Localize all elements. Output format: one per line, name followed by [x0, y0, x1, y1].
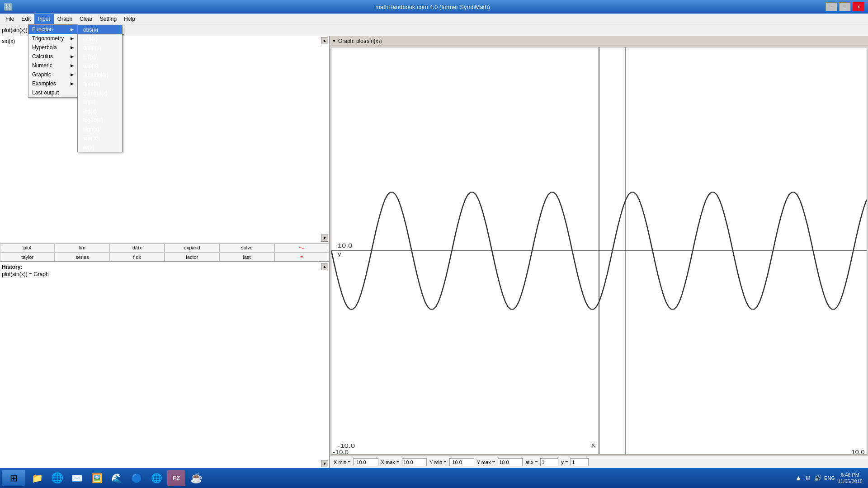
taskbar-clock[interactable]: 8:46 PM 11/05/2015 — [838, 472, 863, 485]
menu-hyperbola[interactable]: Hyperbola▶ — [28, 43, 77, 52]
submenu-delta[interactable]: delta(x) — [78, 43, 122, 52]
graph-title-bar: ▼ Graph: plot(sin(x)) — [330, 36, 868, 46]
svg-text:y: y — [338, 250, 342, 257]
menu-numeric[interactable]: Numeric▶ — [28, 61, 77, 70]
x-min-input[interactable] — [354, 458, 378, 466]
graph-title: Graph: plot(sin(x)) — [338, 38, 382, 44]
menu-input[interactable]: Input — [34, 14, 54, 24]
close-button[interactable]: ✕ — [853, 2, 864, 11]
submenu-ceil[interactable]: ceil(x) — [78, 34, 122, 43]
taskbar-email[interactable]: ✉️ — [68, 470, 86, 486]
menu-help[interactable]: Help — [120, 14, 139, 24]
btn-approx[interactable]: ~= — [274, 244, 329, 252]
menu-clear[interactable]: Clear — [76, 14, 96, 24]
taskbar-lang[interactable]: ENG — [824, 475, 835, 481]
scroll-down[interactable]: ▼ — [321, 235, 328, 242]
y-max-label: Y max = — [477, 460, 495, 465]
window-title: mathHandbook.com 4.0 (former SymbMath) — [375, 4, 490, 10]
y-max-input[interactable] — [498, 458, 523, 466]
menu-trigonometry[interactable]: Trigonometry▶ — [28, 34, 77, 43]
taskbar-image[interactable]: 🖼️ — [88, 470, 106, 486]
submenu-im[interactable]: im(x) — [78, 98, 122, 107]
btn-last[interactable]: last — [219, 253, 274, 262]
menu-graphic[interactable]: Graphic▶ — [28, 70, 77, 79]
svg-text:-10.0: -10.0 — [338, 442, 355, 449]
taskbar-weather[interactable]: 🌊 — [108, 470, 126, 486]
minimize-button[interactable]: ─ — [826, 2, 837, 11]
menu-examples[interactable]: Examples▶ — [28, 79, 77, 88]
submenu-log[interactable]: log(x) — [78, 107, 122, 116]
submenu-floor[interactable]: floor(x) — [78, 80, 122, 89]
graph-svg: 10.0 -10.0 y x -10.0 10.0 — [331, 47, 867, 454]
input-dropdown: Function ▶ abs(x) ceil(x) delta(x) erf(x… — [28, 24, 78, 98]
taskbar-ftp[interactable]: FZ — [167, 470, 185, 486]
expression-text: sin(x) — [2, 38, 15, 44]
menu-function[interactable]: Function ▶ abs(x) ceil(x) delta(x) erf(x… — [28, 25, 77, 34]
submenu-gamma[interactable]: gamma(x) — [78, 89, 122, 98]
btn-expand[interactable]: expand — [165, 244, 219, 252]
taskbar-network[interactable]: 🌐 — [147, 470, 165, 486]
history-label: History: — [2, 264, 327, 270]
submenu-abs[interactable]: abs(x) — [78, 25, 122, 34]
taskbar-ie[interactable]: 🔵 — [127, 470, 146, 486]
submenu-factorial[interactable]: factorial(x) — [78, 70, 122, 80]
submenu-re[interactable]: re(x) — [78, 143, 122, 152]
y-equals-label: y = — [561, 460, 568, 465]
menu-graph[interactable]: Graph — [54, 14, 76, 24]
scroll-up[interactable]: ▲ — [321, 37, 328, 44]
start-button[interactable]: ⊞ — [2, 470, 25, 486]
btn-ddx[interactable]: d/dx — [110, 244, 165, 252]
menu-bar: File Edit Input Graph Clear Setting Help — [0, 14, 868, 24]
tray-network[interactable]: 🖥 — [805, 474, 811, 482]
btn-series[interactable]: series — [55, 253, 109, 262]
y-min-input[interactable] — [449, 458, 474, 466]
input-label: plot(sin(x)) = — [2, 27, 32, 33]
title-bar: 🔢 mathHandbook.com 4.0 (former SymbMath)… — [0, 0, 868, 14]
history-scroll-down[interactable]: ▼ — [321, 460, 328, 467]
svg-text:-10.0: -10.0 — [333, 449, 349, 454]
taskbar-chrome[interactable]: 🌐 — [48, 470, 66, 486]
submenu-log10[interactable]: log10(x) — [78, 116, 122, 125]
menu-setting[interactable]: Setting — [96, 14, 120, 24]
history-entry: plot(sin(x)) = Graph — [2, 271, 327, 277]
menu-calculus[interactable]: Calculus▶ — [28, 52, 77, 61]
menu-file[interactable]: File — [2, 14, 18, 24]
tray-expand[interactable]: ▲ — [795, 474, 802, 482]
app-icon: 🔢 — [4, 3, 13, 11]
at-x-input[interactable] — [540, 458, 558, 466]
x-max-label: X max = — [381, 460, 400, 465]
right-panel: ▼ Graph: plot(sin(x)) 10.0 -1 — [330, 36, 868, 468]
menu-edit[interactable]: Edit — [18, 14, 34, 24]
submenu-sign[interactable]: sign(x) — [78, 125, 122, 134]
svg-text:10.0: 10.0 — [851, 449, 865, 454]
taskbar-time: 8:46 PM — [838, 472, 863, 478]
menu-last-output[interactable]: Last output — [28, 88, 77, 97]
btn-lim[interactable]: lim — [55, 244, 109, 252]
button-rows: plot lim d/dx expand solve ~= taylor ser… — [0, 243, 329, 261]
window-controls: ─ □ ✕ — [826, 2, 864, 11]
history-scroll-up[interactable]: ▲ — [321, 263, 328, 270]
svg-text:x: x — [591, 441, 595, 448]
submenu-sqrt[interactable]: sqrt(x) — [78, 134, 122, 143]
dropdown-overlay: Function ▶ abs(x) ceil(x) delta(x) erf(x… — [28, 24, 164, 98]
graph-controls: X min = X max = Y min = Y max = at x = y… — [330, 455, 868, 468]
x-max-input[interactable] — [402, 458, 427, 466]
btn-solve[interactable]: solve — [219, 244, 274, 252]
maximize-button[interactable]: □ — [839, 2, 851, 11]
taskbar-file-manager[interactable]: 📁 — [28, 470, 46, 486]
btn-fdx[interactable]: f dx — [110, 253, 165, 262]
svg-text:10.0: 10.0 — [338, 242, 353, 249]
taskbar-java[interactable]: ☕ — [187, 470, 205, 486]
btn-plot[interactable]: plot — [0, 244, 55, 252]
at-x-label: at x = — [525, 460, 538, 465]
btn-factor[interactable]: factor — [165, 253, 219, 262]
submenu-exp[interactable]: exp(x) — [78, 61, 122, 70]
y-equals-input[interactable] — [571, 458, 589, 466]
btn-equals[interactable]: = — [274, 253, 329, 262]
graph-arrow-icon: ▼ — [332, 38, 336, 43]
y-min-label: Y min = — [429, 460, 446, 465]
x-min-label: X min = — [334, 460, 351, 465]
tray-volume[interactable]: 🔊 — [814, 474, 821, 482]
submenu-erf[interactable]: erf(x) — [78, 52, 122, 61]
btn-taylor[interactable]: taylor — [0, 253, 55, 262]
